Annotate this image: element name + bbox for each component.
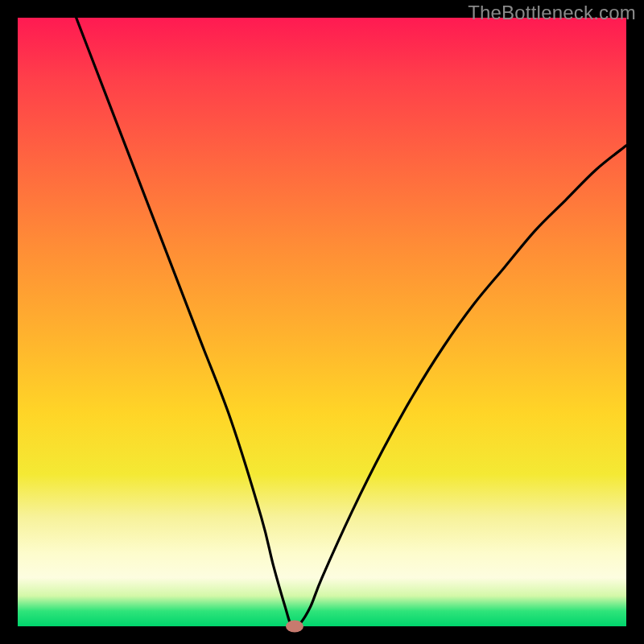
chart-frame: TheBottleneck.com <box>0 0 644 644</box>
optimum-marker <box>286 621 303 633</box>
bottleneck-curve <box>18 18 626 626</box>
watermark-text: TheBottleneck.com <box>468 2 636 24</box>
plot-area <box>18 18 626 626</box>
